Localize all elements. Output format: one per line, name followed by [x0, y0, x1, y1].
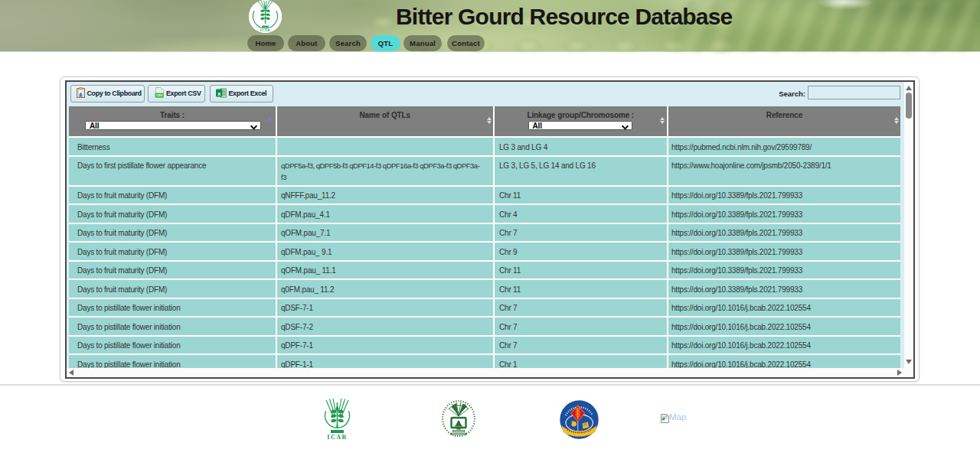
svg-text:ICAR: ICAR: [327, 434, 347, 441]
svg-text:CSV: CSV: [156, 93, 162, 97]
svg-text:ICAR: ICAR: [260, 28, 271, 32]
